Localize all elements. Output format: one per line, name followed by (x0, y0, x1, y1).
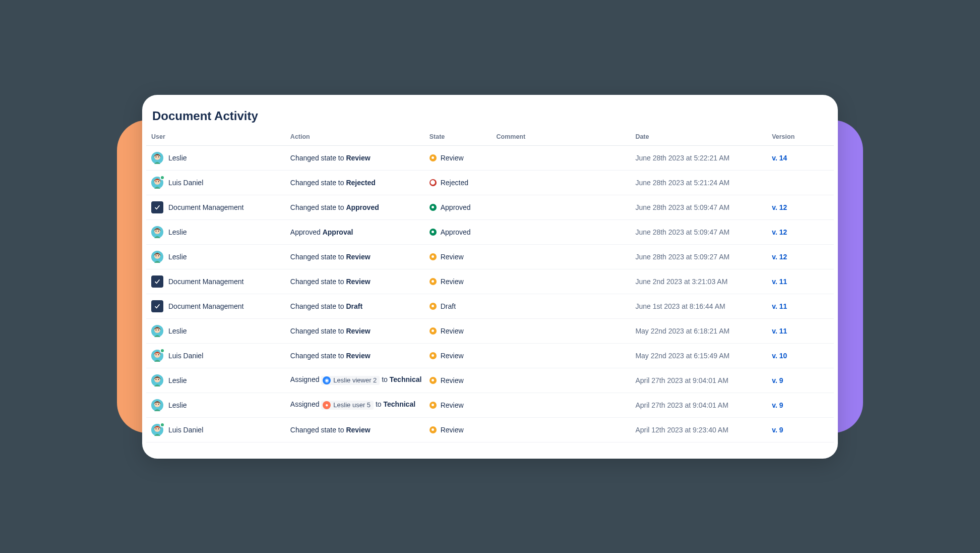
date-text: April 12th 2023 at 9:23:40 AM (635, 426, 728, 434)
assignee-type-icon: ● (323, 401, 331, 409)
user-avatar (151, 325, 163, 337)
table-row: Luis Daniel Changed state to Rejected Re… (146, 170, 834, 195)
user-avatar (151, 399, 163, 411)
state-label: Review (441, 376, 464, 384)
user-name: Leslie (168, 228, 187, 236)
svg-point-16 (158, 255, 159, 256)
state-label: Review (441, 401, 464, 409)
state-label: Rejected (441, 179, 468, 187)
version-link[interactable]: v. 12 (772, 228, 787, 236)
svg-point-25 (156, 354, 157, 355)
state-label: Review (441, 154, 464, 162)
state-cell: Review (430, 401, 486, 409)
svg-point-6 (156, 181, 157, 182)
svg-point-29 (156, 379, 157, 380)
version-link[interactable]: v. 11 (772, 278, 787, 286)
state-indicator-icon (430, 377, 437, 384)
table-row: Document Management Changed state to Dra… (146, 294, 834, 318)
svg-point-37 (156, 428, 157, 429)
state-indicator-icon (430, 278, 437, 285)
user-name: Leslie (168, 253, 187, 261)
action-text: Changed state to Review (290, 278, 371, 286)
state-indicator-icon (430, 426, 437, 433)
presence-online-icon (160, 175, 165, 180)
action-text: Changed state to Approved (290, 203, 379, 211)
date-text: June 28th 2023 at 5:09:47 AM (635, 203, 729, 211)
version-link[interactable]: v. 11 (772, 302, 787, 310)
version-link[interactable]: v. 10 (772, 352, 787, 360)
col-comment[interactable]: Comment (492, 130, 631, 146)
user-cell: Leslie (151, 226, 280, 238)
version-link[interactable]: v. 12 (772, 253, 787, 261)
state-label: Draft (441, 302, 456, 310)
activity-card: Document Activity User Action State Comm… (142, 95, 838, 459)
comment-cell (492, 219, 631, 244)
state-cell: Approved (430, 203, 486, 211)
action-text: Assigned ◉ Leslie viewer 2 to Technical (290, 375, 422, 383)
svg-point-15 (156, 255, 157, 256)
action-text: Changed state to Review (290, 154, 371, 162)
user-name: Leslie (168, 376, 187, 384)
comment-cell (492, 294, 631, 318)
col-state[interactable]: State (424, 130, 492, 146)
svg-point-34 (158, 404, 159, 405)
table-row: Luis Daniel Changed state to Review Revi… (146, 343, 834, 368)
version-link[interactable]: v. 11 (772, 327, 787, 335)
activity-table: User Action State Comment Date Version L… (146, 130, 834, 443)
user-cell: Luis Daniel (151, 424, 280, 436)
svg-point-30 (158, 379, 159, 380)
state-cell: Draft (430, 302, 486, 310)
state-cell: Rejected (430, 179, 486, 187)
col-date[interactable]: Date (630, 130, 767, 146)
table-row: Leslie Assigned ◉ Leslie viewer 2 to Tec… (146, 368, 834, 393)
page-title: Document Activity (152, 109, 834, 123)
table-row: Document Management Changed state to App… (146, 195, 834, 219)
col-version[interactable]: Version (767, 130, 834, 146)
user-avatar (151, 350, 163, 362)
state-indicator-icon (430, 154, 437, 161)
user-cell: Document Management (151, 201, 280, 213)
user-avatar (151, 374, 163, 386)
version-link[interactable]: v. 14 (772, 154, 787, 162)
user-name: Leslie (168, 154, 187, 162)
assignee-chip[interactable]: ● Leslie user 5 (321, 401, 374, 410)
state-label: Review (441, 278, 464, 286)
svg-point-7 (158, 181, 159, 182)
table-header-row: User Action State Comment Date Version (146, 130, 834, 146)
user-cell: Leslie (151, 152, 280, 164)
comment-cell (492, 145, 631, 170)
table-row: Luis Daniel Changed state to Review Revi… (146, 417, 834, 442)
svg-point-3 (158, 156, 159, 157)
state-cell: Review (430, 327, 486, 335)
action-text: Approved Approval (290, 228, 353, 236)
date-text: June 28th 2023 at 5:22:21 AM (635, 154, 729, 162)
user-name: Leslie (168, 327, 187, 335)
date-text: June 1st 2023 at 8:16:44 AM (635, 302, 725, 310)
document-management-icon (151, 275, 163, 288)
svg-point-26 (158, 354, 159, 355)
comment-cell (492, 368, 631, 393)
user-cell: Document Management (151, 300, 280, 312)
table-row: Leslie Changed state to Review Review Ju… (146, 244, 834, 269)
user-avatar (151, 251, 163, 263)
state-indicator-icon (430, 204, 437, 211)
document-management-icon (151, 201, 163, 213)
state-indicator-icon (430, 179, 437, 186)
version-link[interactable]: v. 9 (772, 401, 783, 409)
date-text: June 28th 2023 at 5:09:47 AM (635, 228, 729, 236)
table-row: Leslie Changed state to Review Review Ma… (146, 318, 834, 343)
date-text: June 28th 2023 at 5:09:27 AM (635, 253, 729, 261)
state-label: Review (441, 327, 464, 335)
version-link[interactable]: v. 9 (772, 376, 783, 384)
state-label: Review (441, 352, 464, 360)
state-cell: Review (430, 278, 486, 286)
assignee-name: Leslie viewer 2 (333, 376, 377, 384)
version-link[interactable]: v. 12 (772, 203, 787, 211)
assignee-chip[interactable]: ◉ Leslie viewer 2 (321, 376, 380, 385)
col-user[interactable]: User (146, 130, 285, 146)
comment-cell (492, 170, 631, 195)
version-link[interactable]: v. 9 (772, 426, 783, 434)
presence-online-icon (160, 348, 165, 353)
col-action[interactable]: Action (285, 130, 424, 146)
date-text: April 27th 2023 at 9:04:01 AM (635, 401, 728, 409)
